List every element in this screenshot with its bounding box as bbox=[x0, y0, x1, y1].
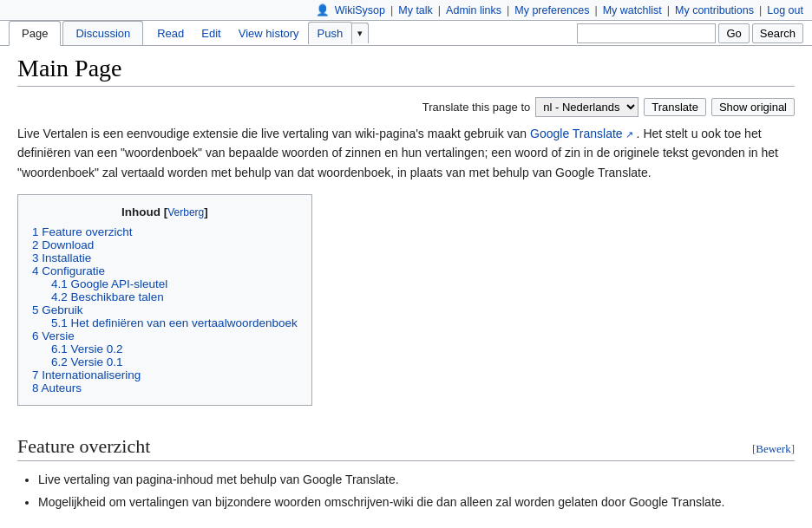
my-watchlist-link[interactable]: My watchlist bbox=[603, 4, 662, 16]
translate-row: Live Vertalen is een eenvoudige extensie… bbox=[17, 97, 795, 117]
action-push[interactable]: Push bbox=[308, 22, 353, 44]
translate-controls: Translate this page to nl - Nederlands e… bbox=[422, 97, 795, 117]
toc-item: 4.2 Beschikbare talen bbox=[32, 290, 298, 303]
toc-link-0[interactable]: 1 Feature overzicht bbox=[32, 225, 133, 238]
log-out-link[interactable]: Log out bbox=[767, 4, 803, 16]
toc-item: 2 Download bbox=[32, 238, 298, 251]
toc-item: 3 Installatie bbox=[32, 251, 298, 264]
toc-link-2[interactable]: 3 Installatie bbox=[32, 251, 91, 264]
toc-item: 4 Configuratie bbox=[32, 264, 298, 277]
features-list: Live vertaling van pagina-inhoud met beh… bbox=[17, 470, 795, 513]
tab-discussion[interactable]: Discussion bbox=[62, 21, 143, 45]
action-edit[interactable]: Edit bbox=[193, 22, 229, 45]
translate-button[interactable]: Translate bbox=[644, 98, 706, 116]
toc-link-3[interactable]: 4 Configuratie bbox=[32, 264, 105, 277]
search-input[interactable] bbox=[577, 23, 716, 43]
my-contributions-link[interactable]: My contributions bbox=[675, 4, 754, 16]
intro-text-part1: Live Vertalen is een eenvoudige extensie… bbox=[17, 127, 527, 140]
show-original-button[interactable]: Show original bbox=[711, 98, 795, 116]
toc-item: 6.2 Versie 0.1 bbox=[32, 355, 298, 368]
toc-item: 6.1 Versie 0.2 bbox=[32, 342, 298, 355]
page-title: Main Page bbox=[17, 55, 795, 87]
toc-item: 4.1 Google API-sleutel bbox=[32, 277, 298, 290]
feature-item-0: Live vertaling van pagina-inhoud met beh… bbox=[38, 470, 795, 491]
toc-items: 1 Feature overzicht2 Download3 Installat… bbox=[32, 225, 298, 394]
toc-link-1[interactable]: 2 Download bbox=[32, 238, 94, 251]
search-area: Go Search bbox=[577, 23, 803, 43]
tabs: Page Discussion bbox=[9, 21, 145, 45]
nav-bar: Page Discussion Read Edit View history P… bbox=[0, 21, 812, 46]
content: Main Page Live Vertalen is een eenvoudig… bbox=[0, 46, 812, 528]
toc: Inhoud [Verberg] 1 Feature overzicht2 Do… bbox=[17, 194, 312, 406]
google-translate-link[interactable]: Google Translate bbox=[530, 127, 633, 140]
toc-link-12[interactable]: 8 Auteurs bbox=[32, 381, 82, 394]
toc-title: Inhoud [Verberg] bbox=[32, 205, 298, 218]
username-link[interactable]: WikiSysop bbox=[335, 4, 385, 16]
toc-item: 5.1 Het definiëren van een vertaalwoorde… bbox=[32, 316, 298, 329]
action-view-history[interactable]: View history bbox=[230, 22, 308, 45]
toc-link-4[interactable]: 4.1 Google API-sleutel bbox=[51, 277, 167, 290]
feature-section-title: Feature overzicht bbox=[17, 435, 150, 458]
toc-item: 1 Feature overzicht bbox=[32, 225, 298, 238]
search-button[interactable]: Search bbox=[752, 23, 803, 43]
push-dropdown-arrow[interactable]: ▾ bbox=[352, 23, 369, 43]
toc-item: 6 Versie bbox=[32, 329, 298, 342]
toc-item: 8 Auteurs bbox=[32, 381, 298, 394]
toc-title-text: Inhoud bbox=[121, 205, 160, 218]
translate-language-select[interactable]: nl - Nederlands en - English de - Deutsc… bbox=[535, 97, 638, 117]
admin-links-link[interactable]: Admin links bbox=[446, 4, 501, 16]
feature-section-edit: [Bewerk] bbox=[752, 442, 795, 456]
action-read[interactable]: Read bbox=[148, 22, 193, 45]
feature-section-heading: Feature overzicht [Bewerk] bbox=[17, 435, 795, 461]
toc-link-8[interactable]: 6 Versie bbox=[32, 329, 75, 342]
toc-hide-link[interactable]: Verberg bbox=[167, 206, 204, 218]
intro-text: Live Vertalen is een eenvoudige extensie… bbox=[17, 124, 795, 182]
toc-link-6[interactable]: 5 Gebruik bbox=[32, 303, 83, 316]
toc-link-7[interactable]: 5.1 Het definiëren van een vertaalwoorde… bbox=[51, 316, 298, 329]
toc-item: 7 Internationalisering bbox=[32, 368, 298, 381]
my-preferences-link[interactable]: My preferences bbox=[514, 4, 589, 16]
user-icon: 👤 bbox=[316, 3, 330, 16]
go-button[interactable]: Go bbox=[718, 23, 749, 43]
toc-item: 5 Gebruik bbox=[32, 303, 298, 316]
toc-link-5[interactable]: 4.2 Beschikbare talen bbox=[51, 290, 164, 303]
tab-page[interactable]: Page bbox=[9, 21, 61, 46]
toc-link-9[interactable]: 6.1 Versie 0.2 bbox=[51, 342, 123, 355]
tab-actions: Read Edit View history Push ▾ bbox=[148, 22, 369, 45]
top-bar: 👤 WikiSysop | My talk | Admin links | My… bbox=[0, 0, 812, 21]
my-talk-link[interactable]: My talk bbox=[398, 4, 433, 16]
feature-section-edit-link[interactable]: Bewerk bbox=[756, 442, 790, 455]
toc-link-11[interactable]: 7 Internationalisering bbox=[32, 368, 141, 381]
feature-item-1: Mogelijkheid om vertalingen van bijzonde… bbox=[38, 492, 795, 513]
translate-label-text: Translate this page to bbox=[422, 101, 531, 114]
toc-link-10[interactable]: 6.2 Versie 0.1 bbox=[51, 355, 123, 368]
